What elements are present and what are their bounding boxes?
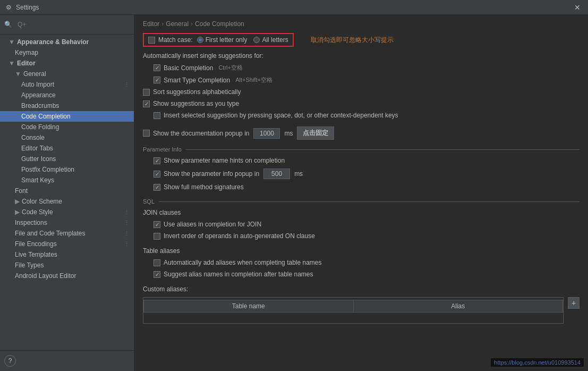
show-hints-row: Show parameter name hints on completion (143, 155, 580, 166)
match-case-label: Match case: (158, 36, 193, 44)
doc-popup-label[interactable]: Show the documentation popup in (143, 130, 249, 137)
search-input[interactable] (14, 18, 130, 31)
match-case-checkbox[interactable] (148, 37, 155, 44)
suggest-alias-row: Suggest alias names in completion after … (143, 268, 580, 280)
show-signatures-label[interactable]: Show full method signatures (154, 183, 244, 191)
use-aliases-label[interactable]: Use aliases in completion for JOIN (154, 221, 261, 228)
show-popup-label[interactable]: Show the parameter info popup in (154, 170, 259, 178)
sidebar-item-postfix-completion[interactable]: Postfix Completion (0, 164, 134, 175)
doc-popup-row: Show the documentation popup in ms 点击固定 (143, 124, 580, 142)
show-hints-label[interactable]: Show parameter name hints on completion (154, 157, 285, 164)
sidebar-item-code-folding[interactable]: Code Folding (0, 122, 134, 132)
insert-selected-label[interactable]: Insert selected suggestion by pressing s… (154, 112, 398, 119)
sidebar-item-live-templates[interactable]: Live Templates (0, 249, 134, 260)
radio-all-letters[interactable]: All letters (253, 36, 288, 44)
sidebar-item-android-layout-editor[interactable]: Android Layout Editor (0, 271, 134, 281)
auto-add-aliases-label[interactable]: Automatically add aliases when completin… (154, 259, 322, 266)
add-alias-button[interactable]: + (568, 297, 580, 309)
match-case-box: Match case: First letter only All letter… (143, 33, 294, 47)
sidebar-item-label: File Types (15, 262, 44, 269)
sidebar-item-smart-keys[interactable]: Smart Keys (0, 175, 134, 186)
use-aliases-row: Use aliases in completion for JOIN (143, 218, 580, 230)
doc-popup-value[interactable] (253, 128, 280, 139)
sidebar-item-appearance-behavior[interactable]: ▼ Appearance & Behavior (0, 37, 134, 47)
fix-popup-button[interactable]: 点击固定 (297, 127, 334, 140)
sidebar-item-breadcrumbs[interactable]: Breadcrumbs (0, 100, 134, 111)
smart-type-label[interactable]: Smart Type Completion Alt+Shift+空格 (154, 76, 272, 84)
breadcrumb-editor: Editor (143, 20, 159, 28)
basic-completion-label[interactable]: Basic Completion Ctrl+空格 (154, 64, 243, 72)
sidebar-item-label: Android Layout Editor (15, 272, 76, 280)
sort-suggestions-checkbox[interactable] (143, 89, 150, 96)
sidebar-item-appearance[interactable]: Appearance (0, 90, 134, 100)
show-signatures-checkbox[interactable] (154, 184, 160, 191)
sidebar-item-label: Live Templates (15, 251, 57, 258)
auto-add-aliases-checkbox[interactable] (154, 259, 160, 266)
show-popup-checkbox[interactable] (154, 171, 160, 178)
sidebar-item-code-completion[interactable]: Code Completion (0, 111, 134, 122)
sidebar-item-console[interactable]: Console (0, 132, 134, 143)
insert-selected-checkbox[interactable] (154, 112, 160, 119)
sidebar-item-editor-tabs[interactable]: Editor Tabs (0, 143, 134, 154)
use-aliases-checkbox[interactable] (154, 221, 160, 228)
show-hints-checkbox[interactable] (154, 157, 160, 164)
sidebar-item-inspections[interactable]: Inspections ⋮ (0, 217, 134, 228)
show-suggestions-checkbox[interactable] (143, 100, 150, 107)
sidebar-item-font[interactable]: Font (0, 186, 134, 196)
sidebar-item-label: Breadcrumbs (21, 102, 59, 109)
expand-arrow: ▼ (8, 38, 15, 46)
basic-completion-row: Basic Completion Ctrl+空格 (143, 62, 580, 74)
invert-order-label[interactable]: Invert order of operands in auto-generat… (154, 232, 315, 240)
sidebar-item-general[interactable]: ▼ General (0, 69, 134, 79)
sort-suggestions-label[interactable]: Sort suggestions alphabetically (143, 88, 241, 96)
invert-order-checkbox[interactable] (154, 233, 160, 240)
show-suggestions-label[interactable]: Show suggestions as you type (143, 100, 239, 107)
sql-label: SQL (143, 198, 155, 205)
basic-completion-checkbox[interactable] (154, 64, 160, 71)
main-container: 🔍 ▼ Appearance & Behavior Keymap ▼ Edito… (0, 15, 588, 371)
sidebar-item-auto-import[interactable]: Auto Import ⋮ (0, 79, 134, 90)
sidebar-item-label: Editor (17, 60, 36, 67)
sidebar-item-editor[interactable]: ▼ Editor (0, 58, 134, 69)
radio-all-letters-btn[interactable] (253, 37, 260, 43)
smart-type-row: Smart Type Completion Alt+Shift+空格 (143, 74, 580, 86)
parameter-info-label: Parameter Info (143, 146, 182, 153)
radio-all-letters-label: All letters (262, 36, 288, 44)
alias-header: Alias (354, 300, 563, 312)
sidebar-item-label: Appearance & Behavior (17, 38, 89, 46)
sidebar-item-label: Code Completion (21, 113, 71, 120)
help-button[interactable]: ? (4, 355, 16, 367)
close-button[interactable]: ✕ (571, 2, 584, 13)
expand-arrow: ▼ (15, 70, 21, 78)
sidebar-item-file-code-templates[interactable]: File and Code Templates ⋮ (0, 228, 134, 239)
match-case-checkbox-label[interactable]: Match case: (148, 36, 193, 44)
sidebar-item-keymap[interactable]: Keymap (0, 47, 134, 58)
radio-first-letter[interactable]: First letter only (197, 36, 248, 44)
suggest-alias-label[interactable]: Suggest alias names in completion after … (154, 271, 313, 278)
expand-arrow: ▼ (8, 60, 15, 67)
sidebar-item-file-types[interactable]: File Types (0, 260, 134, 271)
expand-arrow: ▶ (15, 208, 20, 216)
breadcrumb-code-completion: Code Completion (195, 20, 244, 28)
custom-aliases-table-row: Table name Alias + (143, 297, 580, 324)
custom-aliases-table: Table name Alias (143, 297, 564, 324)
sidebar-item-label: Code Folding (21, 123, 59, 131)
sidebar-item-file-encodings[interactable]: File Encodings ⋮ (0, 239, 134, 249)
doc-popup-checkbox[interactable] (143, 130, 150, 137)
search-box: 🔍 (0, 15, 134, 35)
suggest-alias-checkbox[interactable] (154, 271, 160, 278)
sidebar-item-label: Keymap (15, 49, 38, 56)
settings-icon: ⋮ (124, 81, 130, 88)
sidebar-item-code-style[interactable]: ▶ Code Style ⋮ (0, 207, 134, 217)
table-aliases-label: Table aliases (143, 247, 180, 255)
show-popup-row: Show the parameter info popup in ms (143, 166, 580, 181)
suggest-alias-text: Suggest alias names in completion after … (164, 271, 313, 278)
sidebar-item-color-scheme[interactable]: ▶ Color Scheme (0, 196, 134, 207)
smart-type-checkbox[interactable] (154, 77, 160, 83)
auto-insert-label: Automatically insert single suggestions … (143, 52, 263, 60)
table-aliases-label-row: Table aliases (143, 245, 580, 257)
sidebar-item-label: Code Style (22, 208, 53, 216)
radio-first-letter-btn[interactable] (197, 37, 203, 43)
sidebar-item-gutter-icons[interactable]: Gutter Icons (0, 154, 134, 164)
param-popup-value[interactable] (263, 168, 290, 179)
